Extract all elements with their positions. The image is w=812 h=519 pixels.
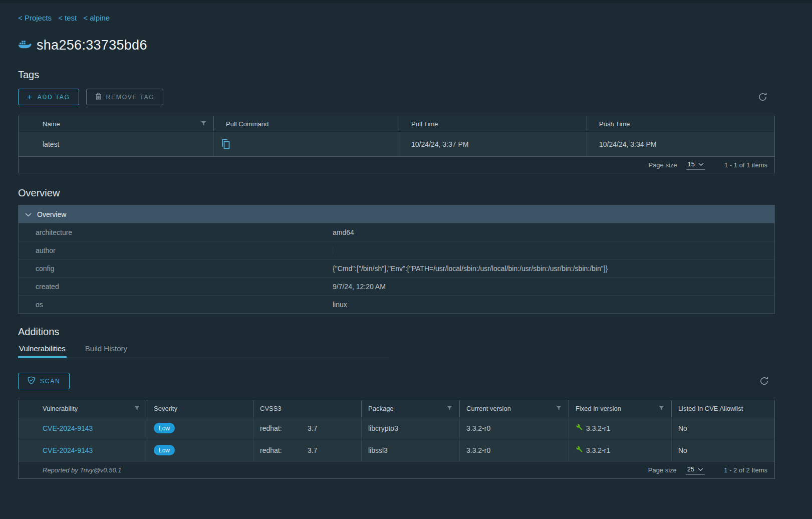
- filter-icon[interactable]: [201, 120, 206, 128]
- fixed-version-cell: 3.3.2-r1: [569, 439, 671, 461]
- refresh-scan-button[interactable]: [759, 376, 769, 386]
- refresh-icon: [759, 380, 769, 387]
- cve-link[interactable]: CVE-2024-9143: [43, 424, 93, 432]
- breadcrumb-projects[interactable]: < Projects: [18, 14, 52, 22]
- tag-push-time: 10/24/24, 3:34 PM: [587, 132, 774, 156]
- overview-row-created: created 9/7/24, 12:20 AM: [19, 277, 774, 295]
- chevron-down-icon: [698, 465, 703, 473]
- overview-row-config: config {"Cmd":["/bin/sh"],"Env":["PATH=/…: [19, 259, 774, 277]
- chevron-down-icon: [698, 160, 704, 168]
- trash-icon: [95, 93, 102, 102]
- cvss3-cell: redhat: 3.7: [253, 417, 361, 439]
- severity-badge: Low: [154, 445, 175, 455]
- wrench-icon: [576, 423, 584, 433]
- vuln-row-libssl3[interactable]: CVE-2024-9143 Low redhat: 3.7 libssl3 3.…: [19, 439, 774, 461]
- listed-allowlist-cell: No: [671, 417, 774, 439]
- tag-pull-command-cell: [213, 132, 399, 156]
- tags-col-pull-command: Pull Command: [213, 116, 399, 131]
- overview-row-architecture: architecture amd64: [19, 223, 774, 241]
- vuln-range-text: 1 - 2 of 2 Items: [724, 466, 767, 474]
- vuln-col-severity: Severity: [147, 400, 253, 417]
- tag-pull-time: 10/24/24, 3:37 PM: [399, 132, 587, 156]
- vuln-col-package: Package: [361, 400, 459, 417]
- tags-table-footer: Page size 15 1 - 1 of 1 items: [19, 156, 774, 173]
- overview-row-author: author: [19, 241, 774, 259]
- vuln-col-current-version: Current version: [459, 400, 569, 417]
- filter-icon[interactable]: [134, 405, 140, 412]
- refresh-icon: [758, 96, 767, 103]
- additions-tabs: Vulnerabilities Build History: [18, 342, 389, 358]
- tab-vulnerabilities[interactable]: Vulnerabilities: [18, 342, 67, 358]
- vuln-col-fixed-version: Fixed in version: [569, 400, 671, 417]
- vuln-col-listed-allowlist: Listed In CVE Allowlist: [671, 400, 774, 417]
- tab-build-history[interactable]: Build History: [84, 342, 128, 358]
- package-cell: libcrypto3: [361, 417, 459, 439]
- tags-col-name: Name: [19, 116, 213, 131]
- scan-button[interactable]: SCAN: [18, 373, 70, 389]
- page-size-label: Page size: [648, 161, 677, 169]
- page-title: sha256:33735bd6: [37, 38, 147, 53]
- vuln-page-size-select[interactable]: 25: [686, 465, 705, 475]
- vuln-col-cvss3: CVSS3: [253, 400, 361, 417]
- artifact-detail-page: < Projects < test < alpine sha256:33735b…: [18, 14, 775, 479]
- reported-by-text: Reported by Trivy@v0.50.1: [43, 466, 121, 474]
- additions-heading: Additions: [18, 326, 775, 338]
- fixed-version-cell: 3.3.2-r1: [569, 417, 671, 439]
- cve-link[interactable]: CVE-2024-9143: [43, 446, 93, 454]
- copy-pull-command-button[interactable]: [221, 139, 231, 150]
- chevron-down-icon: [25, 210, 32, 218]
- shield-check-icon: [27, 376, 36, 386]
- docker-whale-icon: [18, 39, 32, 52]
- breadcrumb: < Projects < test < alpine: [18, 14, 775, 22]
- tags-range-text: 1 - 1 of 1 items: [724, 161, 767, 169]
- tag-row-latest[interactable]: latest 10/24/24, 3:37 PM 10/24/24, 3:34 …: [19, 131, 774, 156]
- page-size-label: Page size: [648, 466, 677, 474]
- plus-icon: +: [27, 93, 33, 101]
- overview-heading: Overview: [18, 187, 775, 199]
- overview-row-os: os linux: [19, 295, 774, 313]
- cvss3-cell: redhat: 3.7: [253, 439, 361, 461]
- remove-tag-button[interactable]: REMOVE TAG: [86, 89, 164, 105]
- vuln-row-libcrypto3[interactable]: CVE-2024-9143 Low redhat: 3.7 libcrypto3…: [19, 417, 774, 439]
- tags-table-header: Name Pull Command Pull Time Push Time: [19, 116, 774, 131]
- vuln-table-footer: Reported by Trivy@v0.50.1 Page size 25 1…: [19, 461, 774, 478]
- tags-col-pull-time: Pull Time: [399, 116, 587, 131]
- tags-toolbar: + ADD TAG REMOVE TAG: [18, 89, 775, 105]
- top-strip: [0, 0, 812, 3]
- vuln-table-header: Vulnerability Severity CVSS3 Package Cur…: [19, 400, 774, 417]
- vuln-col-vulnerability: Vulnerability: [19, 400, 147, 417]
- refresh-tags-button[interactable]: [758, 92, 767, 102]
- tags-page-size-select[interactable]: 15: [686, 160, 705, 170]
- current-version-cell: 3.3.2-r0: [459, 417, 569, 439]
- filter-icon[interactable]: [556, 405, 562, 412]
- filter-icon[interactable]: [659, 405, 664, 412]
- copy-icon: [221, 144, 231, 151]
- package-cell: libssl3: [361, 439, 459, 461]
- tags-col-push-time: Push Time: [587, 116, 774, 131]
- vulnerabilities-table: Vulnerability Severity CVSS3 Package Cur…: [18, 400, 775, 479]
- tag-name: latest: [19, 132, 213, 156]
- tags-heading: Tags: [18, 69, 775, 81]
- wrench-icon: [576, 445, 584, 455]
- tags-table: Name Pull Command Pull Time Push Time la…: [18, 116, 775, 173]
- artifact-title-row: sha256:33735bd6: [18, 37, 775, 53]
- severity-badge: Low: [154, 423, 175, 433]
- vulnerabilities-toolbar: SCAN: [18, 373, 775, 389]
- current-version-cell: 3.3.2-r0: [459, 439, 569, 461]
- breadcrumb-alpine[interactable]: < alpine: [83, 14, 110, 22]
- filter-icon[interactable]: [447, 405, 452, 412]
- overview-panel-header[interactable]: Overview: [19, 205, 774, 223]
- overview-panel: Overview architecture amd64 author confi…: [18, 205, 775, 314]
- listed-allowlist-cell: No: [671, 439, 774, 461]
- breadcrumb-test[interactable]: < test: [58, 14, 77, 22]
- add-tag-button[interactable]: + ADD TAG: [18, 89, 79, 105]
